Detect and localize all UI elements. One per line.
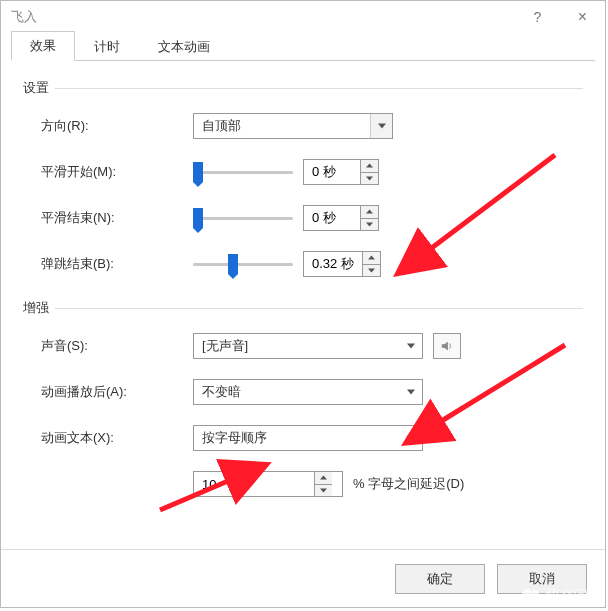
animate-text-select[interactable]: 按字母顺序	[193, 425, 423, 451]
tab-row: 效果 计时 文本动画	[11, 33, 595, 61]
spinner-down[interactable]	[361, 173, 378, 185]
help-icon: ?	[534, 9, 542, 25]
spinner-up[interactable]	[363, 252, 380, 265]
titlebar: 飞入 ? ×	[1, 1, 605, 33]
sound-preview-button[interactable]	[433, 333, 461, 359]
spinner-down[interactable]	[361, 219, 378, 231]
row-sound: 声音(S): [无声音]	[23, 329, 583, 363]
smooth-end-spinner[interactable]: 0 秒	[303, 205, 379, 231]
tab-text-animation[interactable]: 文本动画	[139, 32, 229, 61]
smooth-start-label: 平滑开始(M):	[23, 163, 193, 181]
letter-delay-spinner[interactable]: 10	[193, 471, 343, 497]
speaker-icon	[440, 339, 454, 353]
tab-timing[interactable]: 计时	[75, 32, 139, 61]
chevron-down-icon[interactable]	[400, 426, 422, 450]
slider-thumb[interactable]	[193, 162, 203, 182]
spinner-down[interactable]	[315, 485, 332, 497]
group-enhance: 增强 声音(S): [无声音]	[23, 299, 583, 501]
spinner-up[interactable]	[361, 160, 378, 173]
footer: 确定 取消	[1, 549, 605, 607]
ok-button[interactable]: 确定	[395, 564, 485, 594]
group-settings: 设置 方向(R): 自顶部 平滑开始(M):	[23, 79, 583, 281]
spinner-up[interactable]	[315, 472, 332, 485]
chevron-down-icon[interactable]	[400, 380, 422, 404]
smooth-end-label: 平滑结束(N):	[23, 209, 193, 227]
row-smooth-end: 平滑结束(N): 0 秒	[23, 201, 583, 235]
window-title: 飞入	[11, 8, 515, 26]
help-button[interactable]: ?	[515, 1, 560, 33]
sound-label: 声音(S):	[23, 337, 193, 355]
content-area: 设置 方向(R): 自顶部 平滑开始(M):	[1, 61, 605, 549]
group-settings-label: 设置	[23, 79, 583, 97]
smooth-start-spinner[interactable]: 0 秒	[303, 159, 379, 185]
direction-label: 方向(R):	[23, 117, 193, 135]
row-letter-delay: 10 % 字母之间延迟(D)	[23, 467, 583, 501]
animate-text-label: 动画文本(X):	[23, 429, 193, 447]
direction-select[interactable]: 自顶部	[193, 113, 393, 139]
smooth-end-slider[interactable]	[193, 208, 293, 228]
row-animate-text: 动画文本(X): 按字母顺序	[23, 421, 583, 455]
dialog-window: 飞入 ? × 效果 计时 文本动画 设置 方向(R): 自顶部	[0, 0, 606, 608]
spinner-down[interactable]	[363, 265, 380, 277]
cancel-button[interactable]: 取消	[497, 564, 587, 594]
after-play-select[interactable]: 不变暗	[193, 379, 423, 405]
slider-thumb[interactable]	[228, 254, 238, 274]
bounce-end-label: 弹跳结束(B):	[23, 255, 193, 273]
group-enhance-label: 增强	[23, 299, 583, 317]
row-direction: 方向(R): 自顶部	[23, 109, 583, 143]
after-play-label: 动画播放后(A):	[23, 383, 193, 401]
close-button[interactable]: ×	[560, 1, 605, 33]
chevron-down-icon[interactable]	[400, 334, 422, 358]
sound-select[interactable]: [无声音]	[193, 333, 423, 359]
tab-effects[interactable]: 效果	[11, 31, 75, 61]
bounce-end-slider[interactable]	[193, 254, 293, 274]
close-icon: ×	[578, 8, 587, 26]
bounce-end-spinner[interactable]: 0.32 秒	[303, 251, 381, 277]
spinner-up[interactable]	[361, 206, 378, 219]
row-after-play: 动画播放后(A): 不变暗	[23, 375, 583, 409]
slider-thumb[interactable]	[193, 208, 203, 228]
chevron-down-icon[interactable]	[370, 114, 392, 138]
letter-delay-suffix: % 字母之间延迟(D)	[353, 475, 464, 493]
row-smooth-start: 平滑开始(M): 0 秒	[23, 155, 583, 189]
row-bounce-end: 弹跳结束(B): 0.32 秒	[23, 247, 583, 281]
smooth-start-slider[interactable]	[193, 162, 293, 182]
